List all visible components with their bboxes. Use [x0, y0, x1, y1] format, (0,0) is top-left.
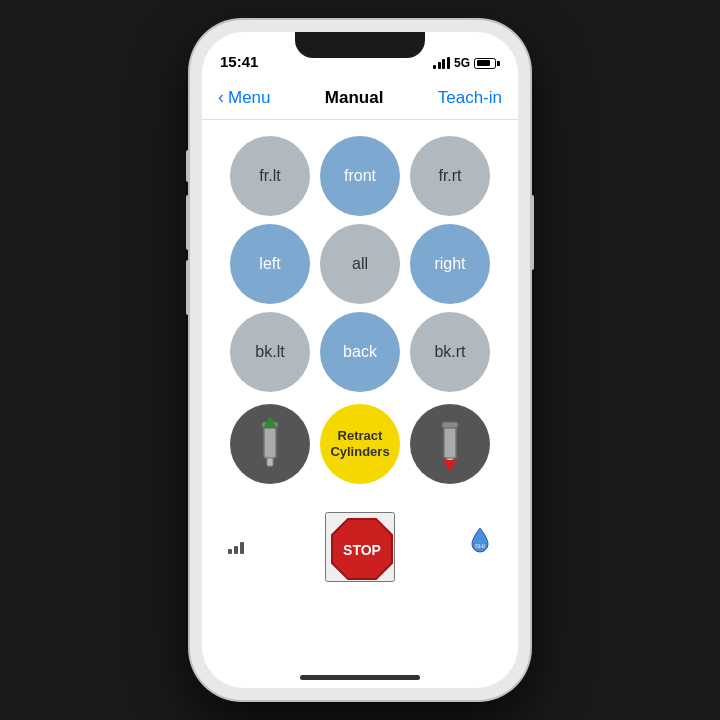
page-title: Manual [325, 88, 384, 108]
signal-icon [433, 57, 450, 69]
status-time: 15:41 [220, 53, 258, 70]
stop-octagon-icon: STOP [327, 514, 397, 584]
retract-cylinders-label: RetractCylinders [330, 428, 389, 459]
front-button[interactable]: front [320, 136, 400, 216]
back-button[interactable]: back [320, 312, 400, 392]
side-button-mute [186, 150, 190, 182]
bk-lt-button[interactable]: bk.lt [230, 312, 310, 392]
retract-button[interactable] [410, 404, 490, 484]
teach-in-button[interactable]: Teach-in [438, 88, 502, 108]
back-button[interactable]: ‹ Menu [218, 87, 271, 108]
retract-cylinders-button[interactable]: RetractCylinders [320, 404, 400, 484]
all-button[interactable]: all [320, 224, 400, 304]
svg-rect-5 [442, 422, 458, 428]
button-grid-row3: bk.lt back bk.rt [230, 312, 490, 392]
retract-cylinder-icon [428, 414, 472, 474]
right-button[interactable]: right [410, 224, 490, 304]
bottom-signal-icon [228, 538, 244, 554]
bk-rt-button[interactable]: bk.rt [410, 312, 490, 392]
fr-lt-button[interactable]: fr.lt [230, 136, 310, 216]
button-grid-row2: left all right [230, 224, 490, 304]
phone-notch [295, 32, 425, 58]
nav-bar: ‹ Menu Manual Teach-in [202, 76, 518, 120]
svg-text:STOP: STOP [343, 542, 381, 558]
side-button-volume-down [186, 260, 190, 315]
extend-cylinder-icon [248, 414, 292, 474]
extend-button[interactable] [230, 404, 310, 484]
battery-icon [474, 58, 500, 69]
chevron-left-icon: ‹ [218, 87, 224, 108]
svg-rect-2 [267, 458, 273, 466]
side-button-volume-up [186, 195, 190, 250]
svg-marker-7 [443, 460, 457, 472]
action-row: RetractCylinders [230, 404, 490, 484]
svg-text:SHI: SHI [475, 543, 485, 549]
stop-area: STOP SHI [212, 512, 508, 582]
button-grid-row1: fr.lt front fr.rt [230, 136, 490, 216]
water-drop-icon: SHI [468, 526, 492, 554]
svg-rect-0 [264, 424, 276, 458]
svg-rect-4 [444, 424, 456, 458]
home-indicator [300, 675, 420, 680]
phone-frame: 15:41 5G ‹ Me [190, 20, 530, 700]
side-button-power [530, 195, 534, 270]
stop-button[interactable]: STOP [325, 512, 395, 582]
network-type: 5G [454, 56, 470, 70]
status-icons: 5G [433, 56, 500, 70]
phone-screen: 15:41 5G ‹ Me [202, 32, 518, 688]
main-content: fr.lt front fr.rt left all right bk.lt b… [202, 120, 518, 688]
back-label: Menu [228, 88, 271, 108]
fr-rt-button[interactable]: fr.rt [410, 136, 490, 216]
left-button[interactable]: left [230, 224, 310, 304]
